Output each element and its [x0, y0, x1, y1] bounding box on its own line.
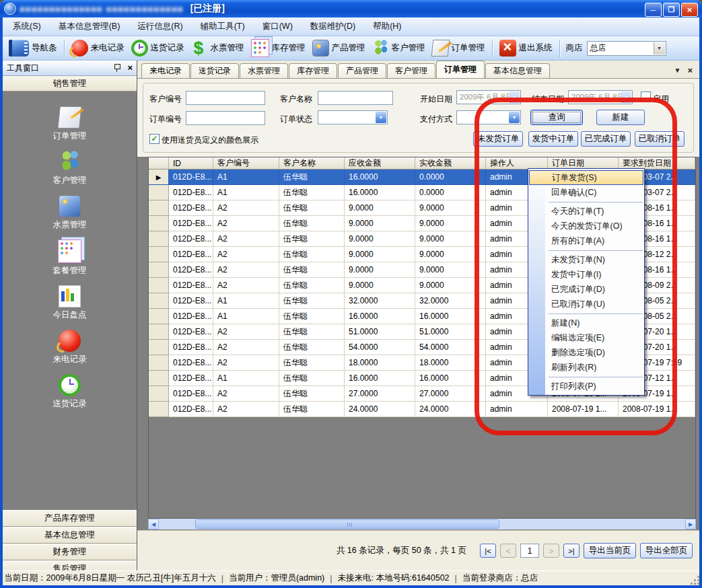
row-selector[interactable]: [149, 309, 169, 324]
horizontal-scrollbar[interactable]: ◀ ▶: [148, 519, 696, 529]
status-filter-button[interactable]: 发货中订单: [528, 131, 578, 147]
customer-name-input[interactable]: [318, 91, 393, 105]
sidebar-item[interactable]: 来电记录: [53, 330, 87, 365]
tab-close-icon[interactable]: ×: [687, 65, 693, 75]
row-selector[interactable]: [149, 371, 169, 386]
tab[interactable]: 基本信息管理: [485, 63, 550, 78]
tab[interactable]: 来电记录: [141, 63, 190, 78]
row-selector[interactable]: [149, 231, 169, 247]
context-menu-item[interactable]: 已取消订单(U): [528, 297, 644, 311]
chevron-down-icon[interactable]: ▼: [621, 91, 631, 103]
query-button[interactable]: 查询: [530, 110, 583, 125]
row-selector[interactable]: [149, 340, 169, 355]
column-header[interactable]: ID: [169, 157, 213, 170]
sidebar-group-button[interactable]: 基本信息管理: [3, 527, 137, 544]
row-selector[interactable]: [149, 185, 169, 200]
tab[interactable]: 客户管理: [387, 63, 435, 78]
next-page-button[interactable]: >: [543, 544, 559, 558]
sidebar-item[interactable]: 送货记录: [53, 374, 87, 410]
customer-no-input[interactable]: [186, 91, 265, 105]
row-selector[interactable]: [149, 386, 169, 402]
context-menu-item[interactable]: 回单确认(C): [528, 185, 644, 200]
context-menu-item[interactable]: 未发货订单(N): [528, 252, 644, 267]
scroll-right-icon[interactable]: ▶: [685, 519, 696, 529]
row-selector[interactable]: [149, 216, 169, 231]
row-selector[interactable]: [149, 355, 169, 371]
context-menu-item[interactable]: 刷新列表(R): [528, 360, 644, 375]
last-page-button[interactable]: >|: [563, 544, 580, 558]
prev-page-button[interactable]: <: [500, 544, 516, 558]
context-menu-item[interactable]: 新建(N): [528, 316, 644, 330]
sidebar-group-button[interactable]: 财务管理: [3, 544, 137, 560]
first-page-button[interactable]: |<: [480, 544, 496, 558]
column-header[interactable]: 应收金额: [345, 157, 415, 170]
toolbar-button-dollar[interactable]: 水票管理: [188, 38, 248, 58]
sidebar-item[interactable]: 客户管理: [53, 151, 87, 186]
order-status-select[interactable]: ▼: [318, 110, 388, 124]
chevron-down-icon[interactable]: ▼: [509, 112, 520, 123]
export-all-button[interactable]: 导出全部页: [640, 543, 693, 558]
row-selector[interactable]: [149, 324, 169, 340]
page-input[interactable]: 1: [520, 544, 539, 558]
chevron-down-icon[interactable]: ▼: [509, 91, 520, 103]
sidebar-group-button[interactable]: 产品库存管理: [3, 510, 137, 527]
pay-method-select[interactable]: ▼: [456, 110, 521, 124]
chevron-down-icon[interactable]: ▼: [654, 42, 665, 54]
maximize-button[interactable]: ❐: [663, 3, 680, 17]
sidebar-item[interactable]: 套餐管理: [53, 240, 87, 277]
row-selector[interactable]: [149, 262, 169, 278]
status-filter-button[interactable]: 未发货订单: [473, 131, 523, 147]
row-selector[interactable]: [149, 278, 169, 293]
close-button[interactable]: ×: [681, 3, 698, 17]
start-date-picker[interactable]: 2009年 6月 8日 ▼: [456, 90, 521, 104]
tab[interactable]: 订单管理: [436, 61, 485, 78]
row-selector[interactable]: [149, 293, 169, 309]
toolbar-button-exit[interactable]: 退出系统: [496, 38, 556, 58]
context-menu-item[interactable]: 发货中订单(I): [528, 267, 644, 282]
new-button[interactable]: 新建: [596, 110, 645, 125]
sidebar-group-sales[interactable]: 销售管理: [3, 76, 137, 91]
toolbar-button-clock[interactable]: 送货记录: [128, 38, 188, 58]
toolbar-button-bell[interactable]: 来电记录: [68, 38, 128, 58]
toolbar-button-navbook[interactable]: 导航条: [5, 38, 61, 58]
menu-item[interactable]: 数据维护(D): [302, 19, 364, 34]
order-no-input[interactable]: [186, 111, 265, 125]
toolbar-button-order[interactable]: 订单管理: [429, 38, 489, 58]
row-selector[interactable]: [149, 247, 169, 262]
menu-item[interactable]: 辅助工具(T): [192, 19, 254, 34]
tool-window-close-icon[interactable]: ×: [127, 65, 133, 71]
pin-icon[interactable]: [114, 64, 120, 72]
context-menu-item[interactable]: 所有的订单(A): [528, 233, 644, 248]
end-date-picker[interactable]: 2009年 6月 8日 ▼: [568, 90, 633, 104]
context-menu-item[interactable]: 删除选定项(D): [528, 345, 644, 360]
context-menu-item[interactable]: 订单发货(S): [529, 170, 643, 185]
tab[interactable]: 水票管理: [240, 63, 288, 78]
column-header[interactable]: 客户编号: [213, 157, 279, 170]
scrollbar-thumb[interactable]: [195, 519, 499, 529]
menu-item[interactable]: 运行信息(R): [129, 19, 191, 34]
menu-item[interactable]: 基本信息管理(B): [50, 19, 129, 34]
row-selector[interactable]: [149, 402, 169, 417]
menu-item[interactable]: 帮助(H): [364, 19, 410, 34]
enable-checkbox[interactable]: [641, 91, 651, 102]
minimize-button[interactable]: ─: [645, 3, 662, 17]
context-menu-item[interactable]: 已完成订单(D): [528, 282, 644, 297]
status-filter-button[interactable]: 已完成订单: [581, 131, 631, 147]
tab[interactable]: 送货记录: [190, 63, 239, 78]
export-current-button[interactable]: 导出当前页: [584, 543, 636, 558]
shop-select[interactable]: 总店 ▼: [587, 41, 666, 56]
color-display-checkbox[interactable]: ✓: [149, 134, 160, 144]
column-header[interactable]: 实收金额: [415, 157, 486, 170]
scroll-left-icon[interactable]: ◀: [148, 519, 159, 529]
sidebar-item[interactable]: 今日盘点: [53, 285, 87, 321]
row-selector-arrow-icon[interactable]: ▶: [149, 170, 169, 185]
sidebar-item[interactable]: 水票管理: [53, 195, 87, 231]
tab-list-dropdown-icon[interactable]: ▼: [674, 67, 681, 74]
tab[interactable]: 库存管理: [289, 63, 337, 78]
status-filter-button[interactable]: 已取消订单: [635, 131, 685, 147]
context-menu-item[interactable]: 编辑选定项(E): [528, 330, 644, 345]
menu-item[interactable]: 系统(S): [4, 19, 50, 34]
toolbar-button-grid[interactable]: 库存管理: [248, 38, 309, 59]
toolbar-button-people[interactable]: 客户管理: [369, 38, 429, 58]
context-menu-item[interactable]: 今天的订单(T): [528, 204, 644, 219]
